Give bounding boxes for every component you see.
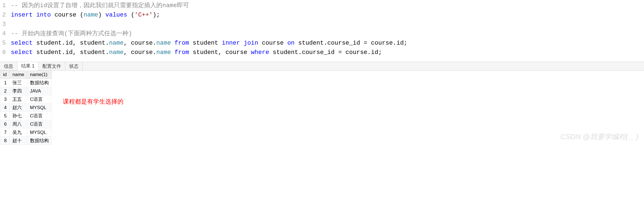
code-line[interactable]: select student.id, student.name, course.… xyxy=(11,48,407,57)
line-number: 2 xyxy=(2,10,6,20)
cell-name[interactable]: 王五 xyxy=(10,95,27,104)
line-number: 4 xyxy=(2,29,6,39)
cell-id[interactable]: 8 xyxy=(0,137,10,145)
cell-id[interactable]: 7 xyxy=(0,128,10,137)
table-row[interactable]: 5孙七C语言 xyxy=(0,112,52,120)
result-table[interactable]: idnamename(1) 1张三数据结构2李四JAVA3王五C语言4赵六MYS… xyxy=(0,71,52,145)
line-number: 1 xyxy=(2,1,6,10)
sql-editor[interactable]: 123456 -- 因为的id设置了自增，因此我们就只需要指定插入的name即可… xyxy=(0,0,644,62)
code-line[interactable] xyxy=(11,20,407,29)
table-row[interactable]: 4赵六MYSQL xyxy=(0,104,52,112)
cell-name1[interactable]: JAVA xyxy=(27,87,52,95)
column-header[interactable]: name(1) xyxy=(27,71,52,79)
cell-name1[interactable]: 数据结构 xyxy=(27,79,52,87)
line-number: 3 xyxy=(2,20,6,29)
cell-name1[interactable]: C语言 xyxy=(27,95,52,104)
annotation-text: 课程都是有学生选择的 xyxy=(63,98,123,106)
tab-结果 1[interactable]: 结果 1 xyxy=(17,62,39,71)
tab-状态[interactable]: 状态 xyxy=(65,62,83,70)
code-line[interactable]: -- 开始内连接查询(下面两种方式任选一种) xyxy=(11,29,407,39)
result-area: idnamename(1) 1张三数据结构2李四JAVA3王五C语言4赵六MYS… xyxy=(0,71,644,145)
cell-name[interactable]: 张三 xyxy=(10,79,27,87)
tab-信息[interactable]: 信息 xyxy=(0,62,17,70)
cell-id[interactable]: 2 xyxy=(0,87,10,95)
table-row[interactable]: 2李四JAVA xyxy=(0,87,52,95)
table-row[interactable]: 6周八C语言 xyxy=(0,120,52,128)
column-header[interactable]: name xyxy=(10,71,27,79)
cell-id[interactable]: 1 xyxy=(0,79,10,87)
cell-name[interactable]: 赵十 xyxy=(10,137,27,145)
table-row[interactable]: 3王五C语言 xyxy=(0,95,52,104)
cell-name1[interactable]: MYSQL xyxy=(27,104,52,112)
line-number: 5 xyxy=(2,39,6,48)
cell-name[interactable]: 周八 xyxy=(10,120,27,128)
cell-name1[interactable]: C语言 xyxy=(27,112,52,120)
cell-name[interactable]: 赵六 xyxy=(10,104,27,112)
cell-name1[interactable]: 数据结构 xyxy=(27,137,52,145)
code-line[interactable]: insert into course (name) values ('C++')… xyxy=(11,10,407,20)
line-number-gutter: 123456 xyxy=(0,1,11,57)
tab-配置文件[interactable]: 配置文件 xyxy=(39,62,65,70)
table-row[interactable]: 8赵十数据结构 xyxy=(0,137,52,145)
cell-name1[interactable]: MYSQL xyxy=(27,128,52,137)
cell-id[interactable]: 4 xyxy=(0,104,10,112)
column-header[interactable]: id xyxy=(0,71,10,79)
result-tabs: 信息结果 1配置文件状态 xyxy=(0,62,644,71)
cell-name[interactable]: 吴九 xyxy=(10,128,27,137)
table-row[interactable]: 1张三数据结构 xyxy=(0,79,52,87)
table-row[interactable]: 7吴九MYSQL xyxy=(0,128,52,137)
cell-name[interactable]: 李四 xyxy=(10,87,27,95)
code-line[interactable]: -- 因为的id设置了自增，因此我们就只需要指定插入的name即可 xyxy=(11,1,407,10)
cell-name[interactable]: 孙七 xyxy=(10,112,27,120)
code-content[interactable]: -- 因为的id设置了自增，因此我们就只需要指定插入的name即可insert … xyxy=(11,1,407,57)
cell-id[interactable]: 5 xyxy=(0,112,10,120)
line-number: 6 xyxy=(2,48,6,57)
cell-id[interactable]: 6 xyxy=(0,120,10,128)
cell-id[interactable]: 3 xyxy=(0,95,10,104)
cell-name1[interactable]: C语言 xyxy=(27,120,52,128)
code-line[interactable]: select student.id, student.name, course.… xyxy=(11,39,407,48)
